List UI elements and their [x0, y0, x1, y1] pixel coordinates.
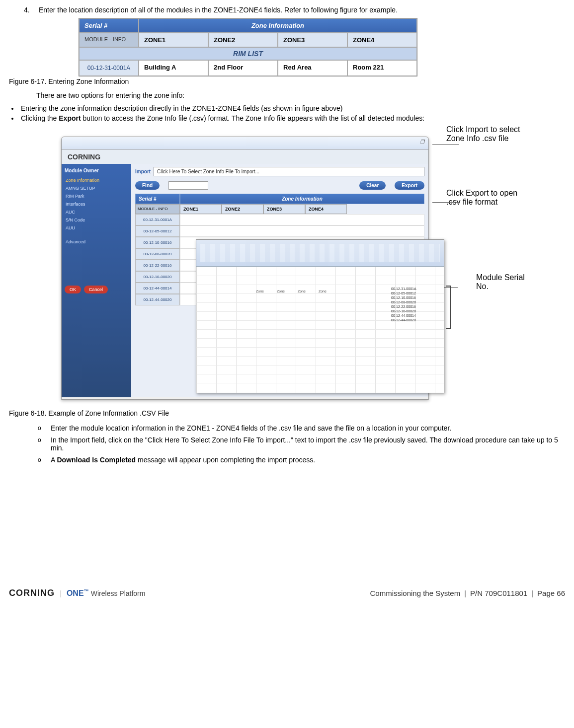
zone-hdr-serial: Serial # [135, 194, 180, 204]
import-label: Import [135, 169, 151, 174]
zone2-hdr[interactable]: ZONE2 [208, 33, 278, 47]
sidebar-item-zoneinfo[interactable]: Zone Information [65, 176, 128, 184]
annotation-import: Click Import to select Zone Info .csv fi… [446, 125, 531, 143]
zone1-hdr[interactable]: ZONE1 [139, 33, 208, 47]
module-info-label: MODULE - INFO [135, 204, 180, 214]
substep-3-text: A Download Is Completed message will app… [51, 456, 315, 464]
footer-section: Commissioning the System [370, 589, 460, 597]
figure-617-table: Serial # Zone Information MODULE - INFO … [79, 18, 417, 76]
footer-page: Page 66 [537, 589, 565, 597]
excel-serial-block: 00-12-31-0001A 00-12-05-00012 00-12-10-0… [391, 287, 441, 322]
step-4: 4. Enter the location description of all… [24, 6, 565, 14]
step-4-text: Enter the location description of all of… [39, 6, 398, 14]
one-subtitle: Wireless Platform [91, 589, 146, 597]
zone2-value[interactable]: 2nd Floor [208, 60, 278, 76]
sidebar-item-6[interactable]: AUU [65, 224, 128, 232]
zone3-hdr[interactable]: ZONE3 [278, 33, 347, 47]
find-input[interactable] [168, 181, 208, 190]
zone4-value[interactable]: Room 221 [347, 60, 417, 76]
find-button[interactable]: Find [135, 181, 160, 190]
sidebar: Module Owner Zone Information AMNG SETUP… [62, 164, 131, 397]
cancel-button[interactable]: Cancel [84, 286, 108, 293]
zone-hdr-info: Zone Information [180, 194, 424, 204]
serial-row: 00-12-22-00016 [135, 260, 180, 271]
one-logo: ONE™ [67, 589, 89, 597]
module-label: MODULE - INFO [79, 33, 139, 47]
substep-1: Enter the module location information in… [38, 424, 565, 432]
options-bullets: Entering the zone information descriptio… [19, 104, 565, 122]
sidebar-item-5[interactable]: S/N Code [65, 216, 128, 224]
figure-618: Click Import to select Zone Info .csv fi… [39, 129, 536, 407]
excel-small-headers: ZoneZoneZoneZone [256, 290, 327, 293]
substep-1-text: Enter the module location information in… [51, 424, 451, 432]
substep-2-text: In the Import field, click on the "Click… [51, 436, 558, 452]
footer-pn: P/N 709C011801 [470, 589, 527, 597]
rimlist-header: RIM LIST [79, 47, 417, 60]
titlebar: ❐ [62, 137, 428, 150]
serial-value: 00-12-31-0001A [79, 60, 139, 76]
zcol3[interactable]: ZONE3 [263, 204, 305, 214]
sidebar-title: Module Owner [65, 168, 128, 173]
ok-button[interactable]: OK [65, 286, 81, 293]
excel-ribbon [196, 240, 444, 267]
zcol4[interactable]: ZONE4 [305, 204, 347, 214]
row-blank[interactable] [180, 214, 424, 225]
dock-icon: ❐ [420, 139, 424, 145]
clear-button[interactable]: Clear [359, 181, 386, 190]
sidebar-item-1[interactable]: AMNG SETUP [65, 184, 128, 192]
import-field[interactable]: Click Here To Select Zone Info File To i… [154, 167, 424, 176]
bullet-2-text: Clicking the Export button to access the… [21, 114, 424, 122]
excel-grid: ZoneZoneZoneZone 00-12-31-0001A 00-12-05… [196, 267, 444, 393]
figure-617-caption: Figure 6-17. Entering Zone Information [9, 77, 565, 85]
callout-line-2 [432, 202, 459, 203]
annotation-serial: Module Serial No. [476, 273, 531, 291]
zone1-value[interactable]: Building A [139, 60, 208, 76]
sidebar-item-3[interactable]: Interfaces [65, 200, 128, 208]
substep-2: In the Import field, click on the "Click… [38, 436, 565, 452]
step-4-number: 4. [24, 6, 37, 14]
export-button[interactable]: Export [395, 181, 424, 190]
sidebar-item-4[interactable]: AUC [65, 208, 128, 216]
sidebar-item-7[interactable]: Advanced [65, 238, 128, 246]
zone3-value[interactable]: Red Area [278, 60, 347, 76]
figure-618-wrap: Click Import to select Zone Info .csv fi… [39, 129, 565, 407]
figure-618-caption: Figure 6-18. Example of Zone Information… [9, 409, 565, 417]
corning-header: CORNING [62, 150, 428, 164]
serial-row: 00-12-44-00020 [135, 294, 180, 305]
callout-line-1 [432, 144, 459, 145]
serial-row: 00-12-44-00014 [135, 283, 180, 294]
serial-row: 00-12-05-00012 [135, 225, 180, 237]
page-footer: CORNING | ONE™ Wireless Platform Commiss… [9, 588, 565, 598]
figure-617-wrap: Serial # Zone Information MODULE - INFO … [9, 18, 565, 76]
bullet-1-text: Entering the zone information descriptio… [21, 104, 342, 112]
serial-row: 00-12-31-0001A [135, 214, 180, 225]
serial-row: 00-12-08-00020 [135, 248, 180, 260]
annotation-export: Click Export to open .csv file format [446, 189, 531, 207]
gui-window: ❐ CORNING Module Owner Zone Information … [61, 137, 429, 400]
bullet-2: Clicking the Export button to access the… [19, 114, 565, 122]
sub-steps: Enter the module location information in… [38, 424, 565, 464]
bullet-1: Entering the zone information descriptio… [19, 104, 565, 112]
row-blank[interactable] [180, 225, 424, 237]
options-paragraph: There are two options for entering the z… [36, 91, 565, 99]
main-pane: Import Click Here To Select Zone Info Fi… [131, 164, 428, 397]
zone4-hdr[interactable]: ZONE4 [347, 33, 417, 47]
zcol2[interactable]: ZONE2 [222, 204, 263, 214]
corning-logo: CORNING [9, 588, 55, 598]
substep-3: A Download Is Completed message will app… [38, 456, 565, 464]
sidebar-item-2[interactable]: RIM Park [65, 192, 128, 200]
bracket-icon [446, 286, 451, 329]
serial-row: 00-12-10-00020 [135, 271, 180, 283]
excel-overlay: ZoneZoneZoneZone 00-12-31-0001A 00-12-05… [196, 239, 444, 393]
zcol1[interactable]: ZONE1 [180, 204, 222, 214]
grid-rows [196, 267, 444, 393]
serial-row: 00-12-10-00016 [135, 237, 180, 248]
hdr-serial: Serial # [79, 18, 139, 33]
hdr-zoneinfo: Zone Information [139, 18, 417, 33]
